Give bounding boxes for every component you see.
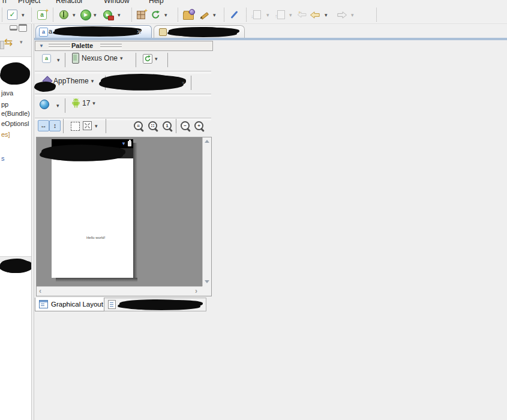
api-level-selector[interactable]: 17 ▾ <box>72 98 95 108</box>
fill-horizontal-toggle[interactable]: ↔ <box>38 120 49 131</box>
link-with-editor-icon[interactable]: ⇆ <box>4 36 13 49</box>
separator <box>167 53 168 67</box>
annotate-pen-button[interactable] <box>200 8 208 21</box>
checkbox-icon: ✓ <box>7 10 17 20</box>
chevron-down-icon: ▾ <box>56 103 59 109</box>
separator <box>106 119 106 133</box>
redacted-tab-label <box>167 27 239 38</box>
zoom-to-fit-button[interactable] <box>83 121 92 130</box>
debug-dropdown[interactable]: ▾ <box>73 8 76 21</box>
run-external-dropdown[interactable]: ▾ <box>118 8 121 21</box>
arrow-back-icon <box>310 11 320 19</box>
run-button[interactable]: ▶ <box>80 8 91 21</box>
menu-item-partial[interactable]: n <box>2 0 7 5</box>
horizontal-scrollbar[interactable]: ‹ › <box>37 286 202 296</box>
menu-item-window[interactable]: Window <box>104 0 130 5</box>
config-chooser-dropdown[interactable]: ▾ <box>57 57 60 63</box>
left-view-panel: ⇆ ▾ java pp e(Bundle) eOptionsl es] s <box>0 24 31 420</box>
new-java-project-button[interactable]: + <box>137 8 145 21</box>
xml-file-icon <box>108 300 116 309</box>
orientation-selector[interactable]: ▾ <box>143 54 158 64</box>
activity-dropdown[interactable]: ▾ <box>182 80 185 86</box>
debug-bug-icon <box>59 10 68 19</box>
maximize-view-button[interactable] <box>19 24 27 32</box>
zoom-fit-button[interactable]: ∷ <box>148 121 158 131</box>
toolbar-separator <box>131 8 132 22</box>
arrow-forward-icon <box>337 11 347 19</box>
android-robot-icon <box>72 98 80 108</box>
tab-label: Graphical Layout <box>51 301 103 308</box>
fit-dropdown[interactable]: ▾ <box>95 123 98 129</box>
new-check-dropdown[interactable]: ▾ <box>22 8 25 21</box>
back-dropdown[interactable]: ▾ <box>325 8 328 21</box>
previous-annotation-button: ↑ <box>277 8 285 21</box>
editor-area: a a × ▼ Palette a ▾ <box>34 24 507 420</box>
locale-selector[interactable] <box>40 100 49 109</box>
view-menu-icon[interactable]: ▾ <box>20 39 23 45</box>
tree-item-bundle[interactable]: e(Bundle) <box>1 110 30 117</box>
clipped-toolbar-icon <box>0 41 4 49</box>
tab-xml-source[interactable] <box>104 298 206 311</box>
import-button[interactable] <box>183 8 194 21</box>
scroll-down-icon[interactable] <box>205 280 209 283</box>
run-external-tools-button[interactable]: ▶ <box>103 8 112 21</box>
scroll-left-icon[interactable]: ‹ <box>39 288 41 294</box>
device-name: Nexus One <box>82 54 118 62</box>
tree-item-s[interactable]: s <box>1 155 5 162</box>
minimize-view-button[interactable] <box>10 25 17 31</box>
design-canvas: ▼ Hello world! ‹ › <box>36 137 212 296</box>
scroll-up-icon[interactable] <box>205 140 209 143</box>
file-icon <box>159 28 167 36</box>
phone-shadow <box>133 143 137 278</box>
separator <box>191 76 191 90</box>
editor-tab-active[interactable]: a a × <box>35 25 152 38</box>
previous-annotation-dropdown[interactable]: ▾ <box>289 8 292 21</box>
redacted-app-title <box>40 145 125 162</box>
menu-item-help[interactable]: Help <box>149 0 164 5</box>
palette-header[interactable]: ▼ Palette <box>35 41 213 51</box>
tree-item-pp[interactable]: pp <box>1 101 8 108</box>
tree-item-java[interactable]: java <box>1 89 13 97</box>
show-margins-button[interactable] <box>71 122 80 131</box>
separator <box>176 119 176 133</box>
annotate-pen-dropdown[interactable]: ▾ <box>213 8 216 21</box>
refresh-dropdown[interactable]: ▾ <box>164 8 167 21</box>
chevron-down-icon: ▾ <box>120 55 123 61</box>
chevron-down-icon: ▾ <box>289 12 292 18</box>
device-selector[interactable]: Nexus One ▾ <box>72 53 123 64</box>
back-button[interactable] <box>310 8 320 21</box>
zoom-out-button[interactable]: − <box>180 121 191 131</box>
tree-item-options[interactable]: eOptionsl <box>1 120 29 127</box>
close-icon[interactable]: × <box>137 27 142 36</box>
zoom-100-button[interactable]: 1 <box>162 121 173 131</box>
run-dropdown[interactable]: ▾ <box>94 8 97 21</box>
new-check-button[interactable]: ✓ <box>7 8 17 21</box>
mark-occurrences-toggle[interactable] <box>230 8 239 21</box>
locale-dropdown[interactable]: ▾ <box>56 103 59 109</box>
editor-tab-inactive[interactable] <box>154 25 245 38</box>
canvas-surface[interactable]: ▼ Hello world! <box>37 137 202 286</box>
chevron-down-icon: ▾ <box>266 12 269 18</box>
refresh-button[interactable] <box>151 8 160 21</box>
tab-label-prefix: a <box>49 28 52 35</box>
hello-world-textview[interactable]: Hello world! <box>86 236 105 239</box>
menu-item-project[interactable]: Project <box>18 0 40 5</box>
last-edit-location-button <box>298 8 307 21</box>
fill-vertical-toggle[interactable]: ↕ <box>49 120 61 131</box>
next-annotation-dropdown[interactable]: ▾ <box>266 8 269 21</box>
vertical-scrollbar[interactable] <box>202 137 211 286</box>
phone-screen: Hello world! <box>52 158 133 278</box>
separator <box>63 119 64 133</box>
config-chooser-button[interactable]: a <box>42 54 51 63</box>
toolbar-separator <box>2 8 2 22</box>
debug-button[interactable] <box>59 8 68 21</box>
tree-item-es[interactable]: es] <box>1 131 10 138</box>
android-xml-file-icon: a <box>39 28 48 37</box>
new-android-project-button[interactable]: a+ <box>37 8 47 21</box>
scroll-right-icon[interactable]: › <box>195 288 197 294</box>
forward-dropdown[interactable]: ▾ <box>351 8 354 21</box>
menu-item-refactor[interactable]: Refactor <box>56 0 83 5</box>
zoom-reset-button[interactable]: = <box>133 121 144 131</box>
zoom-in-button[interactable]: + <box>194 121 205 131</box>
tab-graphical-layout[interactable]: Graphical Layout <box>35 298 104 311</box>
